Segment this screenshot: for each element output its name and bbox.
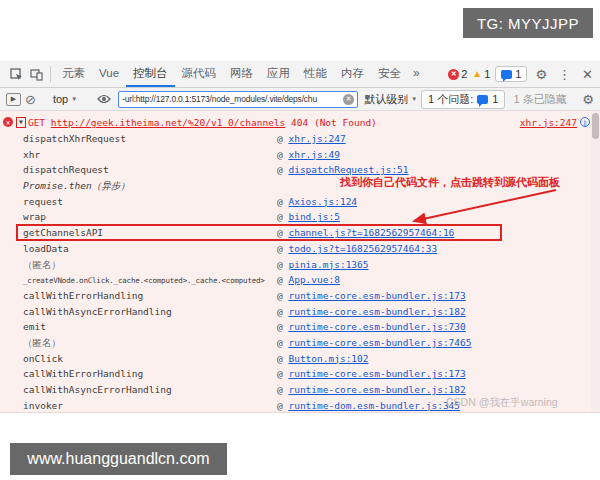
top-watermark-banner: TG: MYYJJPP [463,8,593,38]
stack-frame: xhr@ xhr.js:49 [0,147,600,163]
stack-frame: callWithErrorHandling@ runtime-core.esm-… [0,366,600,382]
stack-location-link[interactable]: channel.js?t=1682562957464:16 [288,227,454,238]
log-levels-dropdown[interactable]: 默认级别 ▼ [364,92,417,107]
stack-function-name: callWithAsyncErrorHandling [23,384,172,395]
close-devtools-icon[interactable]: ✕ [579,67,596,82]
error-source: xhr.js:247 ‖ [520,117,590,128]
devtools-tabbar: 元素Vue控制台源代码网络应用性能内存安全 » ✕ 2 ▲ 1 1 ⚙ ⋮ ✕ [0,61,600,88]
stack-frame: emit@ runtime-core.esm-bundler.js:730 [0,319,600,335]
stack-location-link[interactable]: runtime-dom.esm-bundler.js:345 [288,400,460,411]
stack-location-link[interactable]: runtime-core.esm-bundler.js:730 [288,321,465,332]
stack-frame: loadData@ todo.js?t=1682562957464:33 [0,241,600,257]
tab-security[interactable]: 安全 [371,61,408,87]
request-url-link[interactable]: http://geek.itheima.net/%20/v1_0/channel… [51,117,286,128]
message-bubble-icon [501,70,512,79]
tab-memory[interactable]: 内存 [334,61,371,87]
stack-frame: invoker@ runtime-dom.esm-bundler.js:345 [0,398,600,413]
stack-function-name: callWithAsyncErrorHandling [23,306,172,317]
inspect-element-icon[interactable] [6,61,26,87]
execution-context-selector[interactable]: top ▼ [53,93,77,105]
stack-location-link[interactable]: runtime-core.esm-bundler.js:182 [288,306,465,317]
console-toolbar: ▶ ⊘ top ▼ ✕ 默认级别 ▼ 1 个问题: 1 [0,88,600,111]
divider [50,66,51,82]
stack-function-name: （匿名） [23,337,61,348]
stack-location-link[interactable]: pinia.mjs:1365 [288,259,368,270]
stack-frame: （匿名）@ pinia.mjs:1365 [0,257,600,273]
stack-location-link[interactable]: Axios.js:124 [288,196,357,207]
stack-location: @ runtime-core.esm-bundler.js:182 [277,304,466,320]
stack-function-name: getChannelsAPI [23,227,103,238]
stack-location-link[interactable]: xhr.js:49 [288,149,339,160]
console-filter-box: ✕ [118,91,358,108]
stack-frame: callWithAsyncErrorHandling@ runtime-core… [0,304,600,320]
scrollbar-thumb[interactable] [592,113,599,139]
settings-gear-icon[interactable]: ⚙ [532,67,550,82]
message-count: 1 [515,68,521,80]
tab-elements[interactable]: 元素 [55,61,92,87]
stack-location: @ runtime-core.esm-bundler.js:730 [277,319,466,335]
stack-location: @ Button.mjs:102 [277,351,369,367]
chevron-down-icon: ▼ [411,96,417,102]
error-count-badge[interactable]: ✕ 2 [448,68,467,80]
stack-location-link[interactable]: todo.js?t=1682562957464:33 [288,243,437,254]
stack-function-name: request [23,196,63,207]
stack-location: @ Axios.js:124 [277,194,357,210]
device-toolbar-icon[interactable] [26,61,46,87]
console-sidebar-toggle-icon[interactable]: ▶ [6,93,21,106]
scrollbar-track[interactable] [591,111,600,413]
tab-network[interactable]: 网络 [223,61,260,87]
tab-performance[interactable]: 性能 [297,61,334,87]
stack-location-link[interactable]: runtime-core.esm-bundler.js:182 [288,384,465,395]
warning-count: 1 [484,68,490,80]
console-settings-gear-icon[interactable]: ⚙ [582,92,594,107]
stack-frame: wrap@ bind.js:5 [0,209,600,225]
error-text: GET http://geek.itheima.net/%20/v1_0/cha… [28,117,377,128]
levels-label: 默认级别 [364,92,408,107]
stack-location: @ bind.js:5 [277,209,340,225]
stack-location-link[interactable]: runtime-core.esm-bundler.js:173 [288,368,465,379]
stack-location-link[interactable]: runtime-core.esm-bundler.js:173 [288,290,465,301]
stack-location-link[interactable]: dispatchRequest.js:51 [288,164,408,175]
stack-frame: callWithErrorHandling@ runtime-core.esm-… [0,288,600,304]
stack-frame: dispatchXhrRequest@ xhr.js:247 [0,131,600,147]
issues-badge[interactable]: 1 [495,66,527,82]
stack-location: @ pinia.mjs:1365 [277,257,369,273]
tab-application[interactable]: 应用 [260,61,297,87]
chevron-down-icon: ▼ [71,96,77,102]
message-bubble-icon [477,95,488,104]
stack-location-link[interactable]: Button.mjs:102 [288,353,368,364]
expand-triangle-icon[interactable]: ▼ [16,117,26,128]
stack-function-name: dispatchXhrRequest [23,133,126,144]
stack-frame: dispatchRequest@ dispatchRequest.js:51 [0,162,600,178]
stack-location-link[interactable]: App.vue:8 [288,274,339,285]
clear-filter-icon[interactable]: ✕ [343,94,354,105]
stack-function-name: xhr [23,149,40,160]
console-filter-input[interactable] [122,94,341,104]
stack-function-name: callWithErrorHandling [23,290,143,301]
stack-function-name: loadData [23,243,69,254]
tab-console[interactable]: 控制台 [126,61,175,87]
stack-location-link[interactable]: runtime-core.esm-bundler.js:7465 [288,337,471,348]
http-method: GET [28,117,51,128]
tab-sources[interactable]: 源代码 [175,61,224,87]
three-dots-menu-icon[interactable]: ⋮ [555,67,574,82]
more-tabs-button[interactable]: » [408,61,425,87]
console-output: ✕ ▼ GET http://geek.itheima.net/%20/v1_0… [0,111,600,413]
stack-function-name: （匿名） [23,259,61,270]
warning-count-badge[interactable]: ▲ 1 [472,68,490,80]
stack-location-link[interactable]: xhr.js:247 [288,133,345,144]
stack-function-name: _createVNode.onClick._cache.<computed>._… [23,276,265,285]
error-icon: ✕ [3,117,13,127]
http-status: 404 (Not Found) [285,117,377,128]
clear-console-icon[interactable]: ⊘ [25,93,36,106]
issues-counter[interactable]: 1 个问题: 1 [421,90,505,109]
stack-function-name: onClick [23,353,63,364]
stack-frame: Promise.then（异步） [0,178,600,194]
initiator-icon[interactable]: ‖ [580,117,590,127]
tab-vue[interactable]: Vue [92,61,126,87]
error-source-link[interactable]: xhr.js:247 [520,117,577,128]
screenshot-stage: TG: MYYJJPP 元素Vue控制台源代码网络应用性能内存安全 » ✕ 2 … [0,0,600,480]
stack-location: @ runtime-core.esm-bundler.js:7465 [277,335,471,351]
stack-location-link[interactable]: bind.js:5 [288,211,339,222]
live-expression-eye-icon[interactable] [94,94,114,104]
